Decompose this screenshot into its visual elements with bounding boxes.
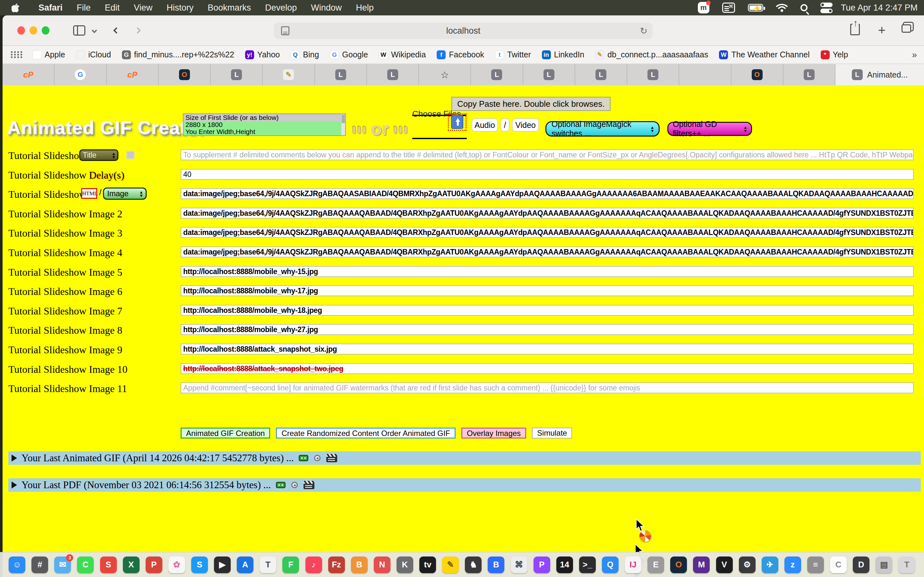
zoom-window-button[interactable]: [42, 26, 49, 35]
audio-button[interactable]: Audio: [472, 118, 498, 132]
bookmark-item[interactable]: tTwitter: [495, 50, 531, 59]
form-row-input[interactable]: http://localhost:8888/mobile_why-15.jpg: [181, 266, 914, 277]
pinned-tab-16[interactable]: L: [783, 64, 835, 85]
title-color-swatch[interactable]: [126, 151, 135, 159]
form-row-input[interactable]: http://localhost:8888/mobile_why-27.jpg: [181, 324, 914, 335]
dock-icon-18[interactable]: K: [397, 556, 413, 573]
pinned-tab-4[interactable]: O: [159, 64, 211, 85]
gd-filters-select[interactable]: Optional GD filters++ ... ▴▾: [667, 122, 752, 136]
bookmark-item[interactable]: ✎db_connect.p...aaasaaafaas: [595, 50, 708, 59]
menu-item-file[interactable]: File: [69, 3, 98, 13]
dock-icon-20[interactable]: ✎: [442, 556, 459, 573]
bookmark-item[interactable]: Apple: [32, 50, 65, 59]
action-button[interactable]: Simulate: [532, 428, 572, 438]
gif-thumbnail-icon[interactable]: [276, 482, 286, 488]
dock-icon-36[interactable]: ≡: [807, 556, 824, 573]
close-window-button[interactable]: [17, 26, 25, 35]
dock-icon-17[interactable]: N: [374, 556, 391, 573]
pinned-tab-12[interactable]: L: [575, 64, 627, 85]
action-button[interactable]: Create Randomized Content Order Animated…: [276, 428, 456, 438]
dock-icon-24[interactable]: P: [533, 556, 550, 573]
bookmark-item[interactable]: y!Yahoo: [245, 50, 280, 59]
dock-icon-19[interactable]: tv: [419, 556, 436, 573]
upload-icon[interactable]: [451, 115, 463, 129]
bookmark-item[interactable]: GGoogle: [330, 50, 368, 59]
dock-icon-2[interactable]: #: [31, 556, 48, 573]
clapperboard-icon[interactable]: [326, 454, 337, 462]
dock-icon-39[interactable]: ▤: [876, 556, 892, 573]
last-pdf-bar[interactable]: Your Last PDF (November 03 2021 06:14:56…: [8, 478, 921, 492]
clapperboard-icon[interactable]: [304, 481, 314, 489]
dock-icon-15[interactable]: Fz: [328, 556, 345, 573]
pinned-tab-1[interactable]: cP: [3, 64, 55, 85]
battery-icon[interactable]: ⚡: [748, 4, 763, 11]
favorites-grid-icon[interactable]: [11, 51, 23, 58]
back-button[interactable]: [113, 27, 120, 34]
form-row-input[interactable]: data:image/jpeg;base64,/9j/4AAQSkZJRgABA…: [181, 247, 914, 258]
dock-icon-4[interactable]: C: [77, 556, 94, 573]
pinned-tab-10[interactable]: L: [471, 64, 523, 85]
sidebar-toggle-button[interactable]: [73, 25, 86, 35]
size-option[interactable]: You Enter Width,Height: [184, 128, 345, 135]
menu-item-window[interactable]: Window: [304, 3, 349, 13]
pinned-tab-6[interactable]: ✎: [263, 64, 315, 85]
pinned-tab-11[interactable]: L: [523, 64, 575, 85]
form-row-input[interactable]: http://localhost:8888/mobile_why-18.jpeg: [181, 305, 914, 316]
gif-thumbnail-icon[interactable]: [299, 455, 309, 461]
pinned-tab-8[interactable]: L: [367, 64, 419, 85]
apple-menu-icon[interactable]: [11, 3, 20, 13]
pinned-tab-7[interactable]: L: [315, 64, 367, 85]
menu-item-safari[interactable]: Safari: [31, 3, 69, 13]
bookmark-item[interactable]: WThe Weather Channel: [719, 50, 809, 59]
menu-item-help[interactable]: Help: [349, 3, 381, 13]
dock-icon-13[interactable]: F: [282, 556, 299, 573]
action-button[interactable]: Animated GIF Creation: [181, 428, 270, 438]
action-button[interactable]: Overlay Images: [461, 428, 526, 438]
form-row-input[interactable]: Append #comment[~second line] for animat…: [181, 382, 914, 393]
dock-icon-37[interactable]: C: [830, 556, 846, 573]
form-row-input[interactable]: To supplement # delimited comments below…: [181, 149, 914, 160]
menu-item-bookmarks[interactable]: Bookmarks: [200, 3, 258, 13]
bookmark-item[interactable]: Gfind_minus....rep+%22s%22: [122, 50, 234, 59]
dock-icon-40[interactable]: T: [898, 556, 915, 573]
wifi-icon[interactable]: [776, 3, 788, 12]
pinned-tab-15[interactable]: O: [732, 64, 783, 85]
url-field[interactable]: localhost ↻: [274, 23, 653, 39]
refresh-icon[interactable]: ↻: [640, 26, 648, 36]
form-row-input[interactable]: data:image/jpeg;base64,/9j/4AAQSkZJRgABA…: [181, 208, 914, 219]
dock-icon-35[interactable]: z: [784, 556, 801, 573]
dock-icon-25[interactable]: 14: [556, 556, 573, 573]
speaker-icon[interactable]: [291, 482, 298, 488]
bookmark-item[interactable]: iCloud: [76, 50, 111, 59]
image-type-select[interactable]: Image▴▾: [103, 187, 147, 200]
pinned-tab-13[interactable]: L: [627, 64, 679, 85]
sidebar-chevron-icon[interactable]: [92, 27, 97, 33]
menu-clock[interactable]: Tue Apr 14 2:47 PM: [841, 3, 918, 13]
form-row-input[interactable]: http://localhost:8888/attack_snapshot_tw…: [181, 363, 914, 374]
pinned-tab-5[interactable]: L: [211, 64, 263, 85]
form-row-input[interactable]: 40: [181, 169, 914, 180]
dock-icon-9[interactable]: S: [191, 556, 208, 573]
dock-icon-3[interactable]: ✉3: [54, 556, 71, 573]
slide-size-listbox[interactable]: Size of First Slide (or as below)2880 x …: [183, 113, 346, 136]
dock-icon-33[interactable]: ⚙: [739, 556, 756, 573]
page-settings-icon[interactable]: [281, 26, 289, 35]
title-type-select[interactable]: Title▴▾: [79, 149, 118, 161]
video-button[interactable]: Video: [512, 118, 539, 132]
dock-icon-22[interactable]: B: [488, 556, 504, 573]
tab-overview-button[interactable]: [901, 24, 911, 33]
last-animated-gif-bar[interactable]: Your Last Animated GIF (April 14 2026 04…: [8, 451, 921, 465]
bookmark-item[interactable]: WWikipedia: [379, 50, 426, 59]
bookmarks-overflow-chevron[interactable]: »: [912, 50, 917, 60]
dock-icon-5[interactable]: S: [100, 556, 117, 573]
dock-icon-28[interactable]: IJ: [625, 556, 641, 573]
menu-item-edit[interactable]: Edit: [98, 3, 127, 13]
spotlight-search-icon[interactable]: [800, 4, 808, 11]
listbox-scrollbar[interactable]: [341, 114, 345, 135]
dock-icon-27[interactable]: Q: [602, 556, 619, 573]
size-option[interactable]: Size of First Slide (or as below): [184, 114, 345, 121]
minimize-window-button[interactable]: [29, 26, 37, 35]
forward-button[interactable]: [134, 27, 141, 34]
control-center-icon[interactable]: [821, 3, 833, 13]
menu-item-history[interactable]: History: [160, 3, 200, 13]
